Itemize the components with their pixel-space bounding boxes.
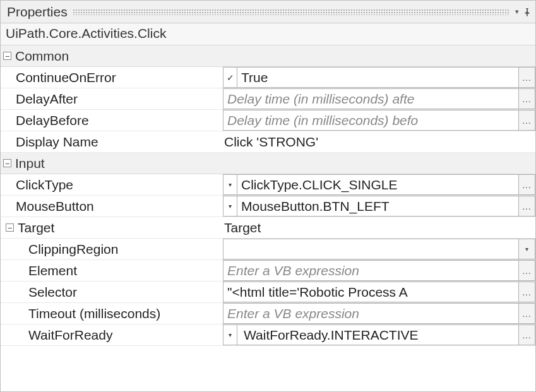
prop-display-name: Display Name Click 'STRONG': [1, 131, 535, 153]
input-click-type[interactable]: ClickType.CLICK_SINGLE: [237, 174, 519, 195]
prop-label: Selector: [28, 285, 77, 300]
prop-label: ClickType: [16, 177, 73, 193]
prop-label: WaitForReady: [28, 328, 112, 343]
input-timeout[interactable]: Enter a VB expression: [223, 303, 519, 324]
input-wait-for-ready[interactable]: WaitForReady.INTERACTIVE: [237, 324, 519, 345]
panel-grip[interactable]: [73, 9, 510, 15]
input-clipping-region[interactable]: [223, 239, 519, 259]
ellipsis-button[interactable]: …: [519, 324, 535, 345]
input-delay-after[interactable]: Delay time (in milliseconds) afte: [223, 88, 519, 109]
prop-timeout: Timeout (milliseconds) Enter a VB expres…: [1, 303, 535, 324]
prop-label: Element: [28, 263, 77, 278]
prop-label: DelayBefore: [16, 113, 89, 128]
ellipsis-button[interactable]: …: [519, 174, 535, 195]
dropdown-wait-for-ready[interactable]: ▾: [223, 324, 237, 345]
input-delay-before[interactable]: Delay time (in milliseconds) befo: [223, 110, 519, 131]
prop-selector: Selector "<html title='Robotic Process A…: [1, 282, 535, 303]
object-type-label: UiPath.Core.Activities.Click: [1, 23, 535, 45]
panel-header: Properties ▾: [1, 1, 535, 23]
dropdown-mouse-button[interactable]: ▾: [223, 196, 237, 217]
prop-click-type: ClickType ▾ ClickType.CLICK_SINGLE …: [1, 174, 535, 196]
prop-label: ClippingRegion: [28, 242, 118, 257]
category-label: Target: [18, 220, 54, 235]
collapse-icon[interactable]: −: [3, 159, 11, 167]
ellipsis-button[interactable]: …: [519, 282, 535, 302]
category-label: Common: [15, 49, 69, 64]
prop-wait-for-ready: WaitForReady ▾ WaitForReady.INTERACTIVE …: [1, 324, 535, 346]
prop-label: ContinueOnError: [16, 70, 116, 85]
ellipsis-button[interactable]: …: [519, 88, 535, 109]
category-target[interactable]: − Target Target: [1, 217, 535, 239]
ellipsis-button[interactable]: …: [519, 260, 535, 281]
prop-label: DelayAfter: [16, 92, 78, 107]
category-input[interactable]: − Input: [1, 153, 535, 174]
prop-continue-on-error: ContinueOnError ✓ True …: [1, 67, 535, 88]
prop-delay-before: DelayBefore Delay time (in milliseconds)…: [1, 110, 535, 131]
input-selector[interactable]: "<html title='Robotic Process A: [223, 282, 519, 302]
ellipsis-button[interactable]: …: [519, 196, 535, 217]
value-display-name[interactable]: Click 'STRONG': [223, 131, 535, 152]
collapse-icon[interactable]: −: [6, 223, 14, 232]
prop-delay-after: DelayAfter Delay time (in milliseconds) …: [1, 88, 535, 110]
input-element[interactable]: Enter a VB expression: [223, 260, 519, 281]
category-label: Input: [15, 156, 45, 171]
pin-icon[interactable]: [523, 8, 532, 16]
value-target: Target: [223, 217, 535, 238]
collapse-icon[interactable]: −: [3, 52, 11, 60]
input-continue-on-error[interactable]: True: [237, 67, 519, 88]
ellipsis-button[interactable]: …: [519, 110, 535, 131]
category-common[interactable]: − Common: [1, 45, 535, 67]
ellipsis-button[interactable]: …: [519, 67, 535, 88]
prop-element: Element Enter a VB expression …: [1, 260, 535, 282]
checkbox-continue-on-error[interactable]: ✓: [223, 67, 237, 88]
prop-label: Timeout (milliseconds): [28, 306, 160, 321]
check-icon: ✓: [227, 73, 234, 83]
prop-mouse-button: MouseButton ▾ MouseButton.BTN_LEFT …: [1, 196, 535, 217]
dropdown-click-type[interactable]: ▾: [223, 174, 237, 195]
panel-title: Properties: [7, 4, 68, 20]
dropdown-button[interactable]: ▾: [519, 239, 535, 259]
prop-clipping-region: ClippingRegion ▾: [1, 239, 535, 260]
panel-menu-dropdown-icon[interactable]: ▾: [515, 8, 519, 16]
prop-label: MouseButton: [16, 199, 94, 214]
input-mouse-button[interactable]: MouseButton.BTN_LEFT: [237, 196, 519, 217]
prop-label: Display Name: [16, 134, 98, 150]
ellipsis-button[interactable]: …: [519, 303, 535, 324]
